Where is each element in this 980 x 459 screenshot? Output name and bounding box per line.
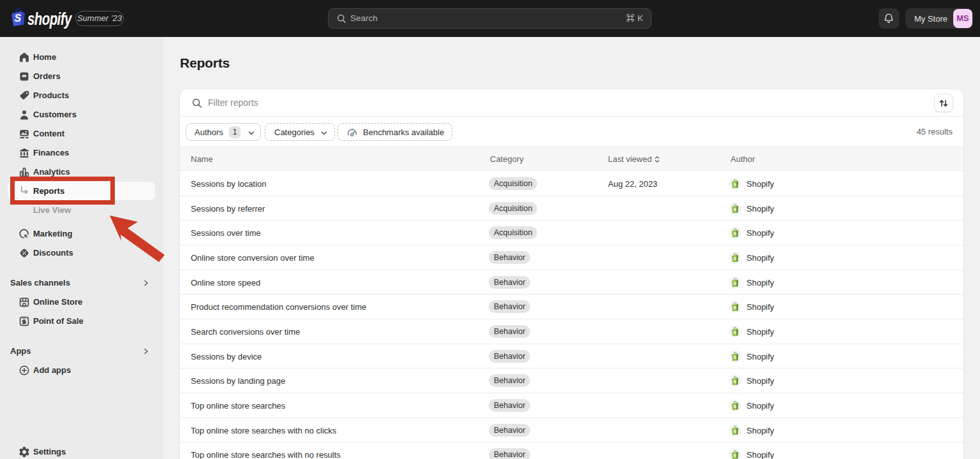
- svg-text:s: s: [733, 378, 736, 384]
- svg-text:s: s: [733, 181, 736, 187]
- svg-text:s: s: [733, 403, 736, 409]
- svg-text:s: s: [733, 452, 736, 458]
- svg-text:s: s: [733, 353, 736, 360]
- svg-text:s: s: [733, 304, 736, 310]
- svg-text:s: s: [733, 205, 736, 212]
- svg-text:s: s: [733, 230, 736, 237]
- svg-text:s: s: [733, 329, 736, 335]
- svg-text:s: s: [733, 427, 736, 433]
- svg-text:S: S: [15, 13, 22, 24]
- svg-text:s: s: [733, 255, 736, 261]
- svg-text:s: s: [733, 279, 736, 286]
